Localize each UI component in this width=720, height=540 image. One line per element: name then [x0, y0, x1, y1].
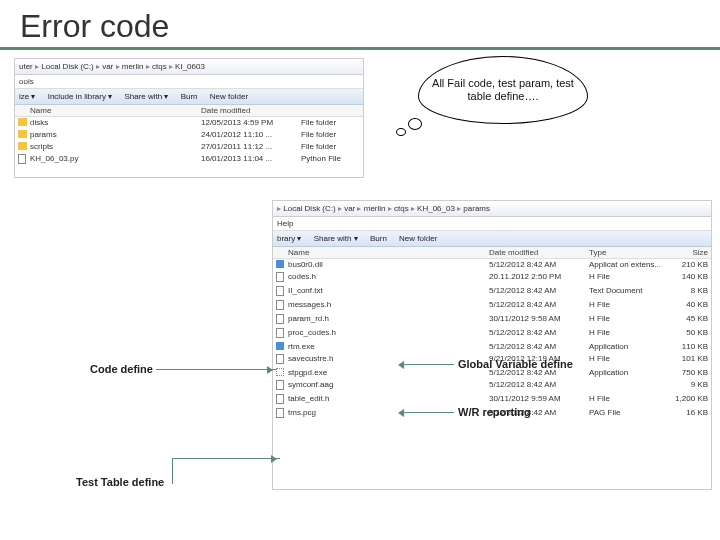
crumb[interactable]: var [344, 204, 364, 213]
toolbar-item[interactable]: Burn [370, 234, 387, 243]
crumb[interactable]: merlin [364, 204, 394, 213]
file-type: H File [586, 393, 666, 407]
menubar[interactable]: ools [15, 75, 363, 89]
crumb[interactable]: KH_06_03 [417, 204, 463, 213]
col-head[interactable] [273, 247, 285, 258]
annotation-global-variable: Global Variable define [458, 358, 573, 370]
file-icon [276, 328, 284, 338]
callout-bubble-icon [408, 118, 422, 130]
toolbar-item[interactable]: New folder [399, 234, 437, 243]
file-type: H File [586, 271, 666, 285]
toolbar-item[interactable]: ize ▾ [19, 92, 35, 101]
file-date: 27/01/2011 11:12 ... [198, 141, 298, 153]
file-name: param_rd.h [285, 313, 486, 327]
toolbar-item[interactable]: New folder [210, 92, 248, 101]
col-head-type[interactable]: Type [586, 247, 666, 258]
file-date: 24/01/2012 11:10 ... [198, 129, 298, 141]
file-name: II_conf.txt [285, 285, 486, 299]
arrow-icon [156, 369, 276, 370]
annotation-test-table: Test Table define [76, 476, 164, 488]
table-row[interactable]: scripts27/01/2011 11:12 ...File folder [15, 141, 363, 153]
col-head-type[interactable] [298, 105, 363, 116]
col-head[interactable] [15, 105, 27, 116]
column-headers: Name Date modified Type Size [273, 247, 711, 259]
file-icon [276, 408, 284, 418]
column-headers: Name Date modified [15, 105, 363, 117]
file-icon [276, 394, 284, 404]
callout-bubble-icon [396, 128, 406, 136]
file-type: H File [586, 353, 666, 367]
table-row[interactable]: bus0r0.dll5/12/2012 8:42 AMApplicat on e… [273, 259, 711, 271]
table-row[interactable]: rtm.exe5/12/2012 8:42 AMApplication110 K… [273, 341, 711, 353]
table-row[interactable]: param_rd.h30/11/2012 9:58 AMH File45 KB [273, 313, 711, 327]
file-icon [276, 300, 284, 310]
table-row[interactable]: params24/01/2012 11:10 ...File folder [15, 129, 363, 141]
toolbar-item[interactable]: Burn [181, 92, 198, 101]
toolbar: brary ▾ Share with ▾ Burn New folder [273, 231, 711, 247]
col-head-date[interactable]: Date modified [198, 105, 298, 116]
arrow-icon [400, 364, 454, 365]
file-type: H File [586, 327, 666, 341]
table-row[interactable]: table_edit.h30/11/2012 9:59 AMH File1,20… [273, 393, 711, 407]
col-head-size[interactable]: Size [666, 247, 711, 258]
file-size: 16 KB [666, 407, 711, 421]
file-name: symconf.aag [285, 379, 486, 393]
table-row[interactable]: symconf.aag5/12/2012 8:42 AM9 KB [273, 379, 711, 393]
file-size: 110 KB [666, 341, 711, 353]
file-date: 30/11/2012 9:59 AM [486, 393, 586, 407]
file-size: 140 KB [666, 271, 711, 285]
table-row[interactable]: disks12/05/2013 4:59 PMFile folder [15, 117, 363, 129]
toolbar-item[interactable]: Share with ▾ [314, 234, 358, 243]
table-row[interactable]: messages.h5/12/2012 8:42 AMH File40 KB [273, 299, 711, 313]
exe-icon [276, 342, 284, 350]
file-name: table_edit.h [285, 393, 486, 407]
file-name: disks [27, 117, 198, 129]
file-date: 5/12/2012 8:42 AM [486, 379, 586, 393]
file-type: H File [586, 299, 666, 313]
breadcrumb[interactable]: uter Local Disk (C:) var merlin ctqs KI_… [15, 59, 363, 75]
toolbar-item[interactable]: Share with ▾ [124, 92, 168, 101]
crumb[interactable]: merlin [122, 62, 152, 71]
page-title: Error code [20, 8, 700, 45]
breadcrumb[interactable]: Local Disk (C:) var merlin ctqs KH_06_03… [273, 201, 711, 217]
explorer-window-bottom: Local Disk (C:) var merlin ctqs KH_06_03… [272, 200, 712, 490]
file-icon [276, 286, 284, 296]
crumb[interactable]: Local Disk (C:) [41, 62, 102, 71]
crumb[interactable]: ctqs [152, 62, 175, 71]
menubar[interactable]: Help [273, 217, 711, 231]
crumb[interactable]: KI_0603 [175, 62, 205, 71]
title-bar: Error code [0, 0, 720, 50]
file-size: 101 KB [666, 353, 711, 367]
file-name: params [27, 129, 198, 141]
crumb[interactable]: Local Disk (C:) [283, 204, 344, 213]
table-row[interactable]: proc_codes.h5/12/2012 8:42 AMH File50 KB [273, 327, 711, 341]
table-row[interactable]: codes.h20.11.2012 2:50 PMH File140 KB [273, 271, 711, 285]
crumb[interactable]: uter [19, 62, 41, 71]
file-icon [276, 272, 284, 282]
file-date: 5/12/2012 8:42 AM [486, 259, 586, 271]
crumb[interactable]: params [463, 204, 490, 213]
toolbar-item[interactable]: brary ▾ [277, 234, 301, 243]
file-size: 210 KB [666, 259, 711, 271]
col-head-name[interactable]: Name [285, 247, 486, 258]
table-row[interactable]: KH_06_03.py16/01/2013 11:04 ...Python Fi… [15, 153, 363, 167]
file-date: 5/12/2012 8:42 AM [486, 327, 586, 341]
file-icon [276, 380, 284, 390]
col-head-date[interactable]: Date modified [486, 247, 586, 258]
file-name: proc_codes.h [285, 327, 486, 341]
table-row[interactable]: II_conf.txt5/12/2012 8:42 AMText Documen… [273, 285, 711, 299]
file-date: 5/12/2012 8:42 AM [486, 285, 586, 299]
file-type: Python File [298, 153, 363, 167]
exe-icon [276, 260, 284, 268]
crumb[interactable]: ctqs [394, 204, 417, 213]
arrow-icon [400, 412, 454, 413]
col-head-name[interactable]: Name [27, 105, 198, 116]
toolbar: ize ▾ Include in library ▾ Share with ▾ … [15, 89, 363, 105]
toolbar-item[interactable]: Include in library ▾ [48, 92, 112, 101]
crumb[interactable]: var [102, 62, 122, 71]
file-name: codes.h [285, 271, 486, 285]
file-type: Application [586, 367, 666, 379]
annotation-code-define: Code define [90, 363, 153, 375]
file-size: 9 KB [666, 379, 711, 393]
callout-cloud: All Fail code, test param, test table de… [418, 56, 588, 124]
